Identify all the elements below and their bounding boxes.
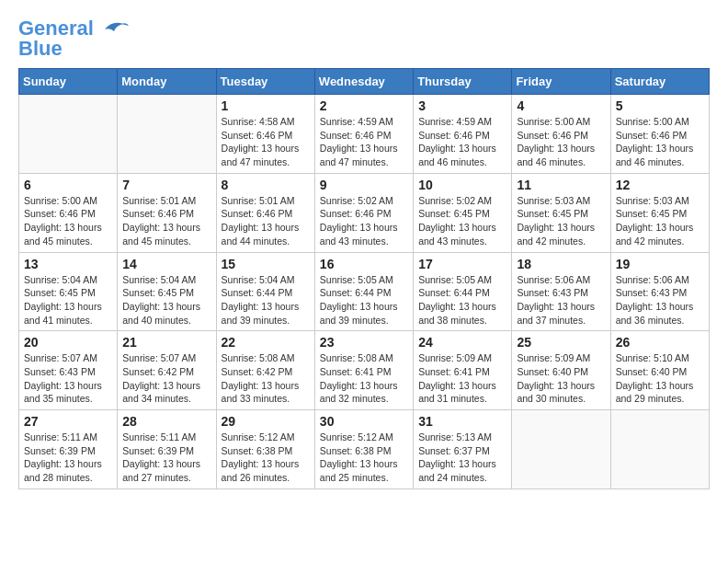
day-info: Sunrise: 5:01 AM Sunset: 6:46 PM Dayligh… <box>122 194 210 248</box>
calendar-cell: 21Sunrise: 5:07 AM Sunset: 6:42 PM Dayli… <box>118 331 216 410</box>
day-number: 13 <box>24 257 112 271</box>
calendar-cell: 30Sunrise: 5:12 AM Sunset: 6:38 PM Dayli… <box>314 410 413 489</box>
day-number: 22 <box>222 335 310 350</box>
day-info: Sunrise: 5:03 AM Sunset: 6:45 PM Dayligh… <box>616 194 704 248</box>
calendar-week-row: 13Sunrise: 5:04 AM Sunset: 6:45 PM Dayli… <box>19 252 710 331</box>
day-info: Sunrise: 5:06 AM Sunset: 6:43 PM Dayligh… <box>616 273 704 327</box>
day-number: 8 <box>222 178 310 192</box>
day-info: Sunrise: 5:11 AM Sunset: 6:39 PM Dayligh… <box>122 431 210 485</box>
day-number: 7 <box>122 178 210 192</box>
logo-blue: Blue <box>18 39 63 59</box>
weekday-header: Wednesday <box>314 69 413 95</box>
day-number: 17 <box>418 257 506 271</box>
day-info: Sunrise: 5:05 AM Sunset: 6:44 PM Dayligh… <box>320 273 408 327</box>
logo: General Blue <box>18 18 129 59</box>
day-info: Sunrise: 5:04 AM Sunset: 6:44 PM Dayligh… <box>222 273 310 327</box>
calendar-cell <box>512 410 610 489</box>
calendar-cell: 28Sunrise: 5:11 AM Sunset: 6:39 PM Dayli… <box>118 410 216 489</box>
day-number: 21 <box>122 335 210 350</box>
day-info: Sunrise: 4:59 AM Sunset: 6:46 PM Dayligh… <box>320 115 408 169</box>
day-info: Sunrise: 5:08 AM Sunset: 6:42 PM Dayligh… <box>222 351 310 406</box>
logo-bird-icon <box>96 18 129 39</box>
calendar-cell: 2Sunrise: 4:59 AM Sunset: 6:46 PM Daylig… <box>314 95 413 174</box>
day-number: 4 <box>517 98 605 113</box>
day-number: 12 <box>616 178 704 192</box>
day-info: Sunrise: 5:08 AM Sunset: 6:41 PM Dayligh… <box>320 351 408 406</box>
calendar-cell: 10Sunrise: 5:02 AM Sunset: 6:45 PM Dayli… <box>414 173 512 252</box>
calendar-cell: 1Sunrise: 4:58 AM Sunset: 6:46 PM Daylig… <box>216 95 314 174</box>
day-info: Sunrise: 5:00 AM Sunset: 6:46 PM Dayligh… <box>24 194 112 248</box>
day-info: Sunrise: 5:00 AM Sunset: 6:46 PM Dayligh… <box>517 115 605 169</box>
calendar-cell: 17Sunrise: 5:05 AM Sunset: 6:44 PM Dayli… <box>414 252 512 331</box>
day-info: Sunrise: 5:02 AM Sunset: 6:45 PM Dayligh… <box>418 194 506 248</box>
day-info: Sunrise: 5:09 AM Sunset: 6:41 PM Dayligh… <box>418 351 506 406</box>
calendar-cell: 15Sunrise: 5:04 AM Sunset: 6:44 PM Dayli… <box>216 252 314 331</box>
calendar-cell <box>19 95 118 174</box>
weekday-header: Monday <box>118 69 216 95</box>
day-info: Sunrise: 5:11 AM Sunset: 6:39 PM Dayligh… <box>24 431 112 485</box>
calendar-cell: 31Sunrise: 5:13 AM Sunset: 6:37 PM Dayli… <box>414 410 512 489</box>
calendar-cell: 24Sunrise: 5:09 AM Sunset: 6:41 PM Dayli… <box>414 331 512 410</box>
day-info: Sunrise: 5:07 AM Sunset: 6:43 PM Dayligh… <box>24 351 112 406</box>
calendar-cell: 16Sunrise: 5:05 AM Sunset: 6:44 PM Dayli… <box>314 252 413 331</box>
day-info: Sunrise: 5:05 AM Sunset: 6:44 PM Dayligh… <box>418 273 506 327</box>
calendar-cell: 23Sunrise: 5:08 AM Sunset: 6:41 PM Dayli… <box>314 331 413 410</box>
day-info: Sunrise: 5:12 AM Sunset: 6:38 PM Dayligh… <box>222 431 310 485</box>
calendar-week-row: 27Sunrise: 5:11 AM Sunset: 6:39 PM Dayli… <box>19 410 710 489</box>
calendar-cell: 20Sunrise: 5:07 AM Sunset: 6:43 PM Dayli… <box>19 331 118 410</box>
day-number: 11 <box>517 178 605 192</box>
calendar-cell: 12Sunrise: 5:03 AM Sunset: 6:45 PM Dayli… <box>610 173 709 252</box>
day-number: 25 <box>517 335 605 350</box>
weekday-header: Sunday <box>19 69 118 95</box>
day-number: 29 <box>222 414 310 429</box>
day-number: 31 <box>418 414 506 429</box>
calendar-week-row: 20Sunrise: 5:07 AM Sunset: 6:43 PM Dayli… <box>19 331 710 410</box>
day-number: 28 <box>122 414 210 429</box>
day-number: 3 <box>418 98 506 113</box>
day-info: Sunrise: 5:04 AM Sunset: 6:45 PM Dayligh… <box>122 273 210 327</box>
day-number: 30 <box>320 414 408 429</box>
calendar-table: SundayMondayTuesdayWednesdayThursdayFrid… <box>18 68 710 489</box>
calendar-cell: 9Sunrise: 5:02 AM Sunset: 6:46 PM Daylig… <box>314 173 413 252</box>
day-number: 10 <box>418 178 506 192</box>
calendar-header-row: SundayMondayTuesdayWednesdayThursdayFrid… <box>19 69 710 95</box>
day-info: Sunrise: 5:03 AM Sunset: 6:45 PM Dayligh… <box>517 194 605 248</box>
day-info: Sunrise: 5:00 AM Sunset: 6:46 PM Dayligh… <box>616 115 704 169</box>
day-number: 15 <box>222 257 310 271</box>
calendar-week-row: 6Sunrise: 5:00 AM Sunset: 6:46 PM Daylig… <box>19 173 710 252</box>
day-number: 20 <box>24 335 112 350</box>
day-info: Sunrise: 5:01 AM Sunset: 6:46 PM Dayligh… <box>222 194 310 248</box>
day-info: Sunrise: 5:13 AM Sunset: 6:37 PM Dayligh… <box>418 431 506 485</box>
page-header: General Blue <box>18 18 710 59</box>
day-number: 24 <box>418 335 506 350</box>
calendar-cell: 8Sunrise: 5:01 AM Sunset: 6:46 PM Daylig… <box>216 173 314 252</box>
day-number: 26 <box>616 335 704 350</box>
day-info: Sunrise: 5:09 AM Sunset: 6:40 PM Dayligh… <box>517 351 605 406</box>
calendar-cell: 27Sunrise: 5:11 AM Sunset: 6:39 PM Dayli… <box>19 410 118 489</box>
calendar-cell <box>610 410 709 489</box>
logo-text: General <box>18 18 94 39</box>
calendar-week-row: 1Sunrise: 4:58 AM Sunset: 6:46 PM Daylig… <box>19 95 710 174</box>
day-info: Sunrise: 4:59 AM Sunset: 6:46 PM Dayligh… <box>418 115 506 169</box>
calendar-cell: 7Sunrise: 5:01 AM Sunset: 6:46 PM Daylig… <box>118 173 216 252</box>
calendar-cell: 29Sunrise: 5:12 AM Sunset: 6:38 PM Dayli… <box>216 410 314 489</box>
day-number: 27 <box>24 414 112 429</box>
calendar-cell: 18Sunrise: 5:06 AM Sunset: 6:43 PM Dayli… <box>512 252 610 331</box>
day-number: 18 <box>517 257 605 271</box>
day-info: Sunrise: 5:07 AM Sunset: 6:42 PM Dayligh… <box>122 351 210 406</box>
day-info: Sunrise: 5:10 AM Sunset: 6:40 PM Dayligh… <box>616 351 704 406</box>
weekday-header: Tuesday <box>216 69 314 95</box>
calendar-cell: 6Sunrise: 5:00 AM Sunset: 6:46 PM Daylig… <box>19 173 118 252</box>
day-number: 1 <box>222 98 310 113</box>
calendar-cell <box>118 95 216 174</box>
day-info: Sunrise: 5:06 AM Sunset: 6:43 PM Dayligh… <box>517 273 605 327</box>
day-info: Sunrise: 5:12 AM Sunset: 6:38 PM Dayligh… <box>320 431 408 485</box>
weekday-header: Thursday <box>414 69 512 95</box>
day-number: 23 <box>320 335 408 350</box>
day-info: Sunrise: 5:02 AM Sunset: 6:46 PM Dayligh… <box>320 194 408 248</box>
calendar-cell: 4Sunrise: 5:00 AM Sunset: 6:46 PM Daylig… <box>512 95 610 174</box>
weekday-header: Friday <box>512 69 610 95</box>
day-number: 6 <box>24 178 112 192</box>
calendar-cell: 19Sunrise: 5:06 AM Sunset: 6:43 PM Dayli… <box>610 252 709 331</box>
day-number: 2 <box>320 98 408 113</box>
